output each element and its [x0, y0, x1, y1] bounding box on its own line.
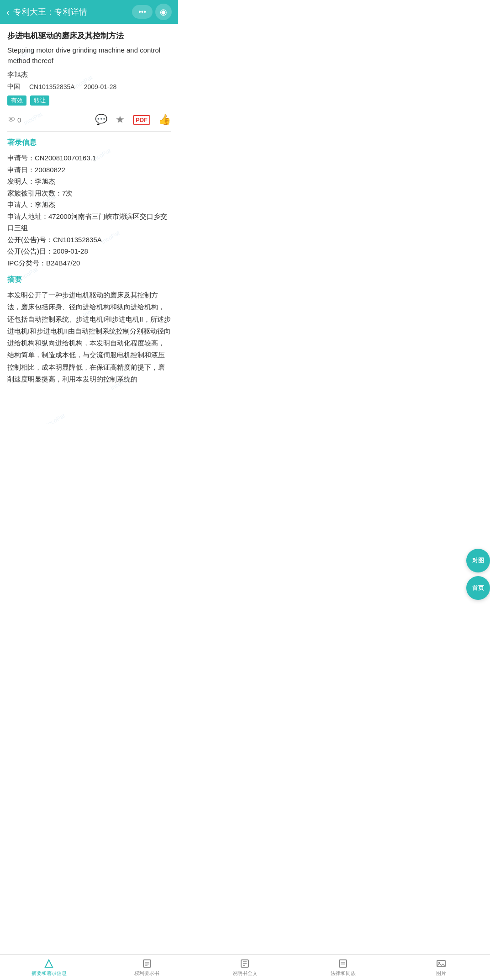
- ipc-label: IPC分类号：: [7, 259, 46, 267]
- ipc-row: IPC分类号：B24B47/20: [7, 257, 171, 269]
- menu-button[interactable]: •••: [132, 5, 153, 19]
- view-number: 0: [17, 116, 21, 124]
- header-right: ••• ◉: [132, 4, 172, 20]
- content: IncoPat IncoPat IncoPat IncoPat IncoPat …: [0, 24, 178, 424]
- biblio-info: 申请号：CN200810070163.1 申请日：20080822 发明人：李旭…: [7, 152, 171, 269]
- patent-title-en: Stepping motor drive grinding machine an…: [7, 45, 171, 66]
- eye-icon: 👁: [7, 115, 16, 125]
- applicant-address-label: 申请人地址：: [7, 212, 48, 220]
- application-date-row: 申请日：20080822: [7, 164, 171, 176]
- patent-tags: 有效 转让: [7, 95, 171, 106]
- application-date-value: 20080822: [35, 166, 65, 174]
- family-citations-label: 家族被引用次数：: [7, 189, 62, 197]
- publication-number-value: CN101352835A: [53, 236, 102, 244]
- like-icon[interactable]: 👍: [158, 114, 171, 126]
- section-biblio-title: 著录信息: [7, 138, 171, 148]
- header-title: 专利大王：专利详情: [13, 6, 87, 17]
- content-wrapper: IncoPat IncoPat IncoPat IncoPat IncoPat …: [0, 24, 178, 424]
- comment-icon[interactable]: 💬: [95, 114, 107, 126]
- section-abstract-title: 摘要: [7, 275, 171, 285]
- action-icons: 💬 ★ PDF 👍: [95, 114, 171, 126]
- applicant-row: 申请人：李旭杰: [7, 199, 171, 211]
- actions-row: 👁 0 💬 ★ PDF 👍: [7, 110, 171, 132]
- application-number-row: 申请号：CN200810070163.1: [7, 152, 171, 164]
- tag-valid: 有效: [7, 95, 26, 106]
- family-citations-value: 7次: [62, 189, 73, 197]
- publication-date-value: 2009-01-28: [53, 247, 88, 255]
- scan-button[interactable]: ◉: [155, 4, 172, 20]
- inventor-label: 发明人：: [7, 177, 35, 185]
- patent-country: 中国: [7, 83, 20, 91]
- application-number-value: CN200810070163.1: [35, 154, 96, 162]
- abstract-text: 本发明公开了一种步进电机驱动的磨床及其控制方法，磨床包括床身、径向进给机构和纵向…: [7, 289, 171, 385]
- patent-title-zh: 步进电机驱动的磨床及其控制方法: [7, 30, 171, 42]
- patent-author: 李旭杰: [7, 70, 171, 79]
- back-button[interactable]: ‹: [6, 7, 10, 17]
- application-date-label: 申请日：: [7, 166, 35, 174]
- patent-number: CN101352835A: [29, 83, 75, 90]
- inventor-value: 李旭杰: [35, 177, 55, 185]
- ipc-value: B24B47/20: [46, 259, 80, 267]
- header-left: ‹ 专利大王：专利详情: [6, 6, 87, 17]
- applicant-address-row: 申请人地址：472000河南省三门峡市湖滨区交口乡交口三组: [7, 211, 171, 234]
- patent-meta: 中国 CN101352835A 2009-01-28: [7, 83, 171, 91]
- view-count: 👁 0: [7, 115, 21, 125]
- scan-icon: ◉: [160, 7, 167, 17]
- publication-date-label: 公开(公告)日：: [7, 247, 53, 255]
- patent-date: 2009-01-28: [84, 83, 117, 90]
- publication-date-row: 公开(公告)日：2009-01-28: [7, 245, 171, 257]
- pdf-button[interactable]: PDF: [133, 115, 150, 125]
- applicant-value: 李旭杰: [35, 201, 55, 208]
- inventor-row: 发明人：李旭杰: [7, 175, 171, 187]
- tag-transfer: 转让: [30, 95, 49, 106]
- star-icon[interactable]: ★: [116, 114, 125, 126]
- application-number-label: 申请号：: [7, 154, 35, 162]
- header: ‹ 专利大王：专利详情 ••• ◉: [0, 0, 178, 24]
- publication-number-row: 公开(公告)号：CN101352835A: [7, 234, 171, 246]
- publication-number-label: 公开(公告)号：: [7, 236, 53, 244]
- applicant-label: 申请人：: [7, 201, 35, 208]
- family-citations-row: 家族被引用次数：7次: [7, 187, 171, 199]
